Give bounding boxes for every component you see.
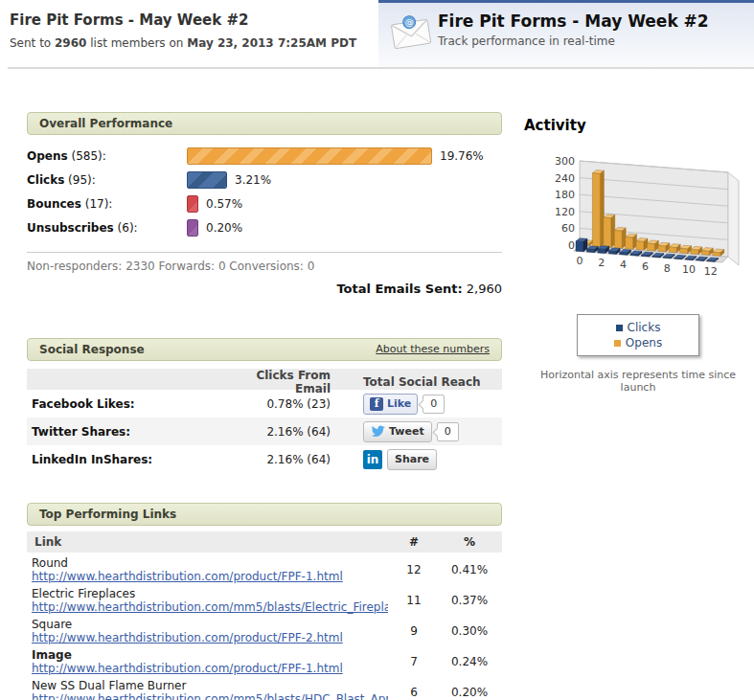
activity-heading: Activity: [524, 117, 754, 134]
sent-middle: list members on: [90, 36, 183, 50]
col-link: Link: [27, 535, 391, 549]
opens-bar: [187, 147, 432, 165]
link-count: 11: [391, 594, 437, 607]
link-count: 6: [391, 686, 437, 699]
legend-item-clicks: Clicks: [578, 320, 698, 335]
svg-text:10: 10: [682, 263, 696, 276]
linkedin-value: 2.16% (64): [223, 453, 331, 466]
linkedin-icon: in: [363, 450, 382, 469]
svg-text:8: 8: [664, 262, 671, 275]
col-number: #: [391, 535, 437, 549]
activity-panel: Activity 060120180240300024681012 Clicks…: [522, 110, 754, 394]
metric-row-opens: Opens (585): 19.76%: [27, 144, 502, 168]
linkedin-share-button[interactable]: Share: [387, 449, 437, 470]
metric-row-bounces: Bounces (17): 0.57%: [27, 192, 502, 215]
campaign-header: Fire Pit Forms - May Week #2 Sent to 296…: [10, 11, 374, 50]
twitter-value: 2.16% (64): [223, 425, 331, 439]
metric-pct: 0.57%: [206, 197, 242, 211]
metric-pct: 3.21%: [235, 173, 271, 187]
svg-text:240: 240: [555, 172, 575, 185]
link-pct: 0.24%: [437, 655, 502, 668]
link-count: 7: [391, 655, 437, 668]
bounces-bar: [187, 195, 198, 213]
metric-label: Opens (585):: [27, 149, 187, 163]
metric-row-clicks: Clicks (95): 3.21%: [27, 168, 502, 192]
legend-item-opens: Opens: [578, 335, 698, 350]
report-banner: @ Fire Pit Forms - May Week #2 Track per…: [378, 0, 754, 67]
tweet-button[interactable]: Tweet: [363, 421, 432, 442]
metric-pct: 0.20%: [206, 221, 242, 235]
link-title: Electric Fireplaces: [27, 587, 391, 600]
metric-label: Clicks (95):: [27, 173, 187, 187]
link-url[interactable]: http://www.hearthdistribution.com/mm5/bl…: [27, 600, 388, 614]
facebook-like-button[interactable]: f Like: [363, 394, 418, 415]
svg-text:0: 0: [568, 239, 575, 252]
sent-count: 2960: [55, 36, 86, 50]
link-row: Image http://www.hearthdistribution.com/…: [27, 644, 502, 675]
link-url[interactable]: http://www.hearthdistribution.com/produc…: [27, 631, 388, 644]
facebook-label: Facebook Likes:: [27, 397, 223, 411]
svg-text:60: 60: [561, 222, 575, 235]
opens-swatch: [614, 340, 621, 347]
section-header-overall: Overall Performance: [27, 112, 502, 135]
link-url[interactable]: http://www.hearthdistribution.com/produc…: [27, 570, 388, 583]
about-these-numbers-link[interactable]: About these numbers: [376, 339, 490, 360]
svg-text:4: 4: [620, 259, 627, 271]
svg-text:120: 120: [555, 206, 575, 218]
like-label: Like: [387, 397, 411, 410]
link-row: Electric Fireplaces http://www.hearthdis…: [27, 583, 502, 614]
svg-text:@: @: [404, 17, 414, 28]
campaign-title: Fire Pit Forms - May Week #2: [10, 11, 374, 29]
link-url[interactable]: http://www.hearthdistribution.com/mm5/bl…: [27, 692, 388, 700]
envelope-icon: @: [386, 9, 436, 58]
metric-pct: 19.76%: [440, 149, 484, 163]
chart-caption: Horizontal axis represents time since la…: [522, 369, 754, 394]
link-title: Round: [27, 556, 391, 570]
metric-label: Unsubscribes (6):: [27, 221, 187, 235]
section-header-social: Social Response About these numbers: [27, 338, 502, 361]
social-heading: Social Response: [39, 339, 145, 360]
sent-prefix: Sent to: [10, 36, 51, 50]
svg-text:2: 2: [598, 257, 605, 269]
metric-row-unsubscribes: Unsubscribes (6): 0.20%: [27, 215, 502, 239]
link-pct: 0.37%: [437, 594, 502, 607]
like-count-bubble: 0: [423, 395, 445, 414]
col-total-social-reach: Total Social Reach: [331, 375, 502, 389]
svg-text:0: 0: [577, 255, 583, 267]
linkedin-row: LinkedIn InShares: 2.16% (64) in Share: [27, 445, 502, 473]
legend-clicks-label: Clicks: [628, 320, 661, 335]
link-count: 12: [391, 563, 437, 576]
link-count: 9: [391, 624, 437, 638]
total-emails-sent: Total Emails Sent: 2,960: [27, 282, 502, 296]
svg-text:300: 300: [555, 155, 575, 168]
unsubscribes-bar: [187, 219, 198, 237]
svg-text:6: 6: [642, 260, 649, 273]
sent-date: May 23, 2013 7:25AM PDT: [187, 36, 356, 50]
legend-opens-label: Opens: [626, 335, 662, 350]
link-title: Image: [27, 648, 391, 662]
banner-title: Fire Pit Forms - May Week #2: [438, 11, 709, 31]
facebook-icon: f: [370, 397, 383, 411]
link-pct: 0.30%: [437, 624, 502, 638]
clicks-swatch: [616, 325, 623, 331]
top-links-section: Top Performing Links Link # % Round http…: [27, 503, 502, 700]
link-row: Round http://www.hearthdistribution.com/…: [27, 553, 502, 583]
section-header-links: Top Performing Links: [27, 503, 502, 526]
linkedin-label: LinkedIn InShares:: [27, 453, 223, 466]
link-title: New SS Dual Flame Burner: [27, 679, 391, 692]
activity-chart: 060120180240300024681012: [522, 149, 754, 303]
social-table-header: Clicks From Email Total Social Reach: [27, 369, 502, 390]
link-url[interactable]: http://www.hearthdistribution.com/produc…: [27, 662, 388, 675]
svg-text:180: 180: [555, 189, 575, 201]
col-clicks-from-email: Clicks From Email: [223, 369, 331, 395]
campaign-sent-line: Sent to 2960 list members on May 23, 201…: [10, 36, 374, 50]
tweet-label: Tweet: [389, 425, 424, 438]
col-percent: %: [437, 535, 502, 549]
tweet-count-bubble: 0: [437, 422, 459, 441]
overall-heading: Overall Performance: [39, 113, 172, 134]
twitter-row: Twitter Shares: 2.16% (64) Tweet 0: [27, 418, 502, 445]
link-pct: 0.41%: [437, 563, 502, 576]
link-row: New SS Dual Flame Burner http://www.hear…: [27, 675, 502, 700]
share-label: Share: [395, 453, 429, 465]
twitter-bird-icon: [371, 425, 385, 438]
